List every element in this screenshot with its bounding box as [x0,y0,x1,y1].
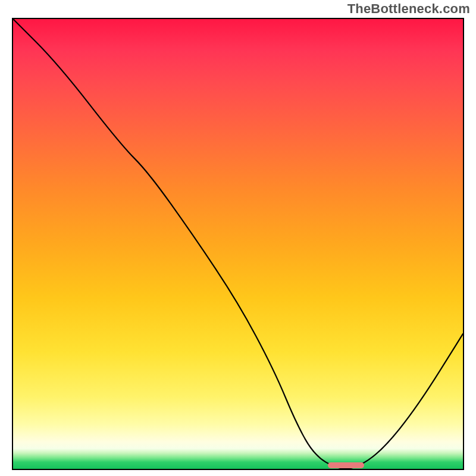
bottleneck-curve [13,19,463,469]
curve-path [13,19,463,469]
optimum-marker [328,462,364,468]
chart-container: TheBottleneck.com [0,0,476,476]
plot-area [12,18,464,470]
watermark-text: TheBottleneck.com [347,1,470,17]
